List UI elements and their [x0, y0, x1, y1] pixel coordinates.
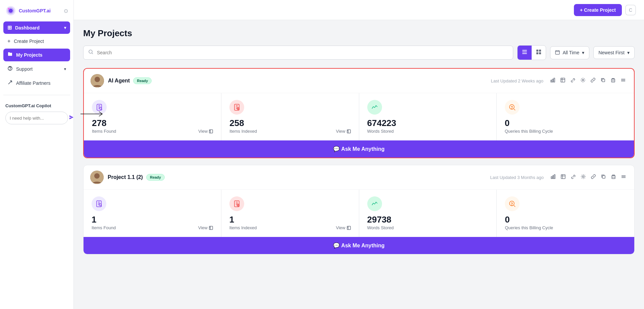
- view-label: View: [198, 129, 208, 134]
- content-area: My Projects: [74, 20, 644, 269]
- items-indexed-view-link[interactable]: View: [336, 129, 351, 134]
- last-updated-project-1-1: Last Updated 3 Months ago: [490, 175, 544, 180]
- stat-bottom-words-stored: 674223 Words Stored: [367, 119, 488, 134]
- svg-rect-20: [561, 78, 565, 82]
- svg-point-25: [100, 107, 102, 109]
- link-icon[interactable]: [569, 76, 577, 85]
- logo-icon: [5, 5, 16, 16]
- loading-indicator: C: [625, 5, 636, 15]
- settings-icon[interactable]: [579, 173, 587, 182]
- time-filter-dropdown[interactable]: All Time ▾: [550, 46, 589, 59]
- stat-bottom-queries: 0 Queries this Billing Cycle: [505, 119, 626, 134]
- create-project-button-label: + Create Project: [580, 7, 616, 13]
- svg-rect-18: [552, 79, 553, 82]
- sidebar-item-support[interactable]: Support ▾: [3, 63, 70, 75]
- project-avatar-project-1-1: [90, 171, 104, 184]
- queries-label-2: Queries this Billing Cycle: [505, 225, 553, 230]
- items-found-view-link[interactable]: View: [198, 129, 213, 134]
- more-icon[interactable]: [620, 173, 628, 182]
- copy-link-icon[interactable]: [589, 76, 597, 85]
- stats-icon[interactable]: [549, 173, 557, 182]
- view-toggle: [517, 45, 546, 60]
- search-input[interactable]: [97, 50, 508, 55]
- svg-rect-19: [554, 78, 555, 82]
- delete-icon[interactable]: [609, 76, 617, 85]
- ask-btn-label-2: 💬 Ask Me Anything: [333, 242, 384, 249]
- svg-rect-7: [522, 50, 527, 51]
- duplicate-icon[interactable]: [599, 76, 607, 85]
- loading-label: C: [629, 7, 632, 13]
- notification-bell-icon[interactable]: ⊙: [64, 8, 68, 14]
- stat-card-queries-2: 0 Queries this Billing Cycle: [497, 190, 634, 237]
- svg-point-38: [583, 176, 584, 178]
- sidebar: CustomGPT.ai ⊙ ⊞ Dashboard ▾ + Create Pr…: [0, 0, 74, 309]
- status-badge-project-1-1: Ready: [146, 174, 165, 181]
- items-indexed-view-link-2[interactable]: View: [336, 225, 351, 230]
- table-icon[interactable]: [559, 76, 567, 85]
- items-found-icon-wrap: [92, 100, 107, 115]
- search-icon: [88, 49, 94, 56]
- my-projects-label: My Projects: [16, 52, 43, 58]
- settings-icon[interactable]: [579, 76, 587, 85]
- more-icon[interactable]: [619, 76, 627, 85]
- items-found-label: Items Found: [92, 129, 116, 134]
- logo-area: CustomGPT.ai ⊙: [0, 5, 73, 21]
- ask-me-anything-button-1[interactable]: 💬 Ask Me Anything: [84, 140, 634, 158]
- copilot-title: CustomGPT.ai Copilot: [5, 103, 68, 108]
- stat-card-items-found-2: 1 Items Found View: [84, 190, 221, 237]
- chevron-down-icon: ▾: [64, 25, 66, 30]
- sidebar-item-affiliate-partners[interactable]: Affiliate Partners: [3, 77, 70, 89]
- sidebar-item-create-project[interactable]: + Create Project: [3, 35, 70, 47]
- sort-filter-label: Newest First: [598, 50, 625, 55]
- copilot-send-icon[interactable]: [69, 115, 74, 121]
- sidebar-item-my-projects[interactable]: My Projects: [3, 49, 70, 61]
- duplicate-icon[interactable]: [599, 173, 607, 182]
- copilot-input[interactable]: [10, 116, 66, 121]
- project-actions-project-1-1: Last Updated 3 Months ago: [490, 173, 628, 182]
- svg-point-42: [99, 204, 101, 206]
- copy-link-icon[interactable]: [589, 173, 597, 182]
- sidebar-nav: ⊞ Dashboard ▾ + Create Project My Projec…: [0, 21, 73, 91]
- chevron-down-icon: ▾: [627, 50, 630, 55]
- chevron-down-icon: ▾: [582, 50, 584, 55]
- words-stored-icon-wrap: [367, 100, 382, 115]
- list-view-button[interactable]: [518, 46, 532, 60]
- grid-view-button[interactable]: [532, 46, 546, 60]
- queries-icon-wrap-2: [505, 196, 520, 211]
- search-box: [83, 46, 513, 60]
- link-icon[interactable]: [569, 173, 577, 182]
- svg-point-21: [582, 79, 584, 81]
- svg-rect-9: [522, 53, 527, 54]
- queries-number: 0: [505, 119, 553, 127]
- items-found-number: 278: [92, 119, 116, 127]
- page-title: My Projects: [83, 28, 635, 39]
- affiliate-icon: [7, 80, 13, 86]
- sidebar-item-dashboard[interactable]: ⊞ Dashboard ▾: [3, 21, 70, 34]
- table-icon[interactable]: [559, 173, 567, 182]
- svg-rect-39: [602, 176, 605, 178]
- create-project-button[interactable]: + Create Project: [574, 4, 622, 16]
- queries-label: Queries this Billing Cycle: [505, 129, 553, 134]
- delete-icon[interactable]: [609, 173, 618, 182]
- svg-point-3: [8, 8, 10, 10]
- items-found-view-link-2[interactable]: View: [198, 225, 213, 230]
- stats-icon[interactable]: [549, 76, 557, 85]
- main-content: + Create Project C My Projects: [74, 0, 644, 309]
- svg-point-16: [95, 77, 100, 82]
- project-card-ai-agent: AI Agent Ready Last Updated 2 Weeks ago: [83, 68, 635, 158]
- dashboard-label: Dashboard: [15, 25, 40, 30]
- ask-btn-label: 💬 Ask Me Anything: [333, 146, 384, 152]
- calendar-icon: [555, 50, 560, 56]
- ask-me-anything-button-2[interactable]: 💬 Ask Me Anything: [84, 237, 634, 254]
- items-found-icon-wrap-2: [92, 196, 106, 211]
- copilot-input-wrap[interactable]: [5, 112, 68, 124]
- svg-rect-26: [209, 130, 213, 133]
- sort-filter-dropdown[interactable]: Newest First ▾: [593, 46, 635, 59]
- stats-grid-project-1-1: 1 Items Found View: [84, 190, 634, 237]
- folder-icon: [7, 52, 13, 58]
- items-found-number-2: 1: [92, 215, 116, 224]
- project-name-project-1-1: Project 1.1 (2): [108, 174, 143, 180]
- svg-rect-46: [347, 226, 351, 230]
- support-label: Support: [16, 66, 33, 72]
- svg-point-31: [512, 108, 512, 109]
